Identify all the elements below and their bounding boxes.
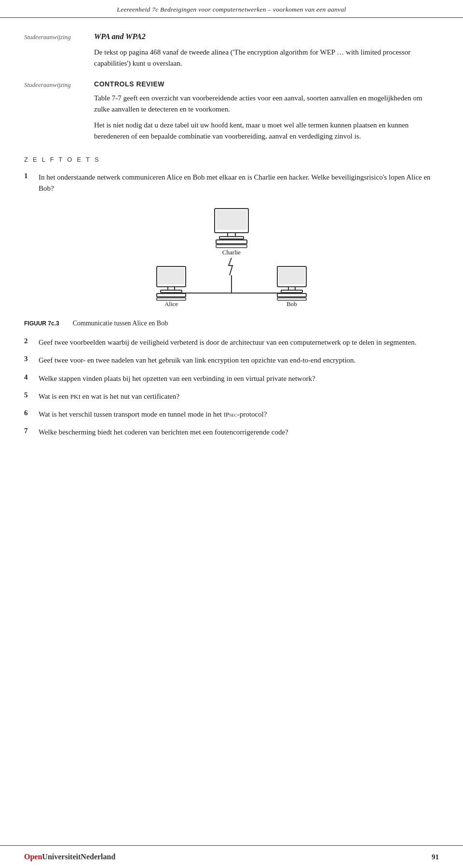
page-header: Leereenheid 7c Bedreigingen voor compute…	[0, 0, 463, 18]
list-item: 1 In het onderstaande netwerk communicer…	[24, 172, 439, 195]
controls-body2: Het is niet nodig dat u deze tabel uit u…	[94, 120, 439, 142]
list-item: 3 Geef twee voor- en twee nadelen van he…	[24, 355, 439, 366]
footer-logo: OpenUniversiteitNederland	[24, 853, 115, 861]
item-text-3: Geef twee voor- en twee nadelen van het …	[39, 355, 439, 366]
wpa-main: WPA and WPA2 De tekst op pagina 468 vana…	[94, 32, 439, 70]
svg-rect-10	[158, 268, 184, 284]
item-number-7: 7	[24, 427, 39, 438]
svg-rect-5	[216, 245, 247, 248]
item-text-4: Welke stappen vinden plaats bij het opze…	[39, 373, 439, 384]
item-text-5: Wat is een PKI en wat is het nut van cer…	[39, 391, 439, 402]
svg-rect-19	[281, 290, 302, 293]
diagram-svg: Charlie	[130, 204, 333, 315]
controls-body1: Table 7-7 geeft een overzicht van voorbe…	[94, 93, 439, 115]
item-number-3: 3	[24, 355, 39, 366]
svg-text:Bob: Bob	[286, 300, 297, 308]
list-item: 5 Wat is een PKI en wat is het nut van c…	[24, 391, 439, 402]
network-diagram: Charlie	[24, 204, 439, 315]
svg-rect-20	[277, 294, 306, 297]
list-item: 2 Geef twee voorbeelden waarbij de veili…	[24, 337, 439, 348]
controls-heading: CONTROLS REVIEW	[94, 80, 439, 88]
svg-text:Alice: Alice	[164, 300, 178, 308]
item-text-6: Wat is het verschil tussen transport mod…	[39, 409, 439, 420]
wpa-side-label: Studeeraanwijzing	[24, 32, 94, 70]
wpa-body: De tekst op pagina 468 vanaf de tweede a…	[94, 47, 439, 70]
item-number-1: 1	[24, 172, 39, 195]
page-number: 91	[432, 853, 439, 861]
list-item: 6 Wat is het verschil tussen transport m…	[24, 409, 439, 420]
pki-acronym: PKI	[70, 393, 81, 400]
logo-open: Open	[24, 853, 42, 861]
header-title: Leereenheid 7c Bedreigingen voor compute…	[117, 6, 346, 14]
item-number-2: 2	[24, 337, 39, 348]
item-number-6: 6	[24, 409, 39, 420]
svg-rect-18	[288, 287, 295, 290]
item-number-4: 4	[24, 373, 39, 384]
controls-main: CONTROLS REVIEW Table 7-7 geeft een over…	[94, 80, 439, 142]
item-text-1: In het onderstaande netwerk communiceren…	[39, 172, 439, 195]
controls-side-label: Studeeraanwijzing	[24, 80, 94, 142]
page: Leereenheid 7c Bedreigingen voor compute…	[0, 0, 463, 868]
wpa-section: Studeeraanwijzing WPA and WPA2 De tekst …	[24, 32, 439, 70]
svg-rect-17	[279, 268, 305, 284]
zelftoets-heading: Z E L F T O E T S	[24, 156, 439, 163]
wpa-heading: WPA and WPA2	[94, 32, 439, 41]
page-footer: OpenUniversiteitNederland 91	[0, 845, 463, 868]
svg-rect-12	[161, 290, 182, 293]
item-number-5: 5	[24, 391, 39, 402]
figure-desc: Communicatie tussen Alice en Bob	[73, 320, 168, 327]
svg-rect-2	[228, 233, 235, 237]
zelftoets-section: Z E L F T O E T S 1 In het onderstaande …	[24, 156, 439, 438]
controls-section: Studeeraanwijzing CONTROLS REVIEW Table …	[24, 80, 439, 142]
svg-text:Charlie: Charlie	[222, 249, 241, 256]
svg-rect-11	[168, 287, 175, 290]
ipsec-acronym: IPsec	[224, 411, 237, 418]
page-content: Studeeraanwijzing WPA and WPA2 De tekst …	[0, 18, 463, 484]
list-item: 7 Welke bescherming biedt het coderen va…	[24, 427, 439, 438]
svg-rect-13	[157, 294, 186, 297]
list-item: 4 Welke stappen vinden plaats bij het op…	[24, 373, 439, 384]
figure-caption: FIGUUR 7c.3 Communicatie tussen Alice en…	[24, 320, 439, 327]
svg-rect-1	[216, 210, 247, 230]
item-text-2: Geef twee voorbeelden waarbij de veiligh…	[39, 337, 439, 348]
item-text-7: Welke bescherming biedt het coderen van …	[39, 427, 439, 438]
logo-rest: UniversiteitNederland	[42, 853, 115, 861]
figure-label: FIGUUR 7c.3	[24, 320, 59, 327]
svg-rect-3	[219, 237, 244, 239]
svg-rect-4	[216, 240, 247, 244]
